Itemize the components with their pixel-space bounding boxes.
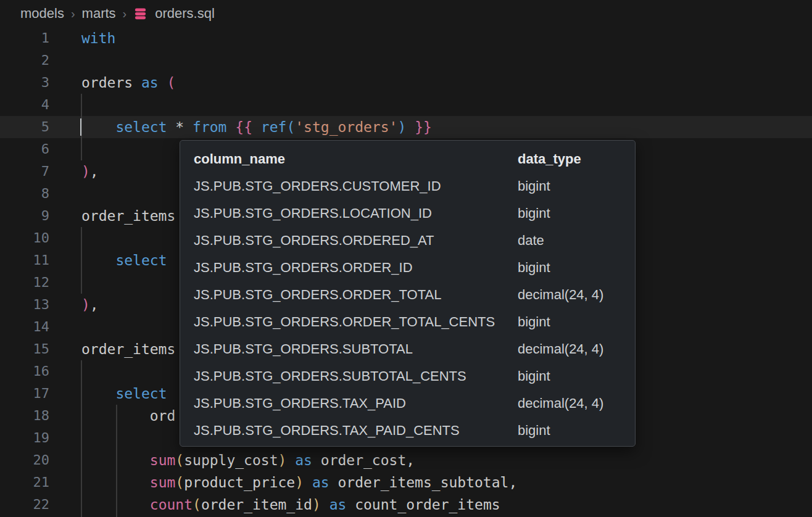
database-icon [133,7,147,21]
popup-header-column-name: column_name [194,151,518,167]
line-number: 21 [0,471,49,494]
code-line[interactable]: 20 sum(supply_cost) as order_cost, [0,449,812,471]
line-number: 4 [0,94,49,116]
code-text: orders as ( [49,72,175,94]
code-text: sum(product_price) as order_items_subtot… [49,471,517,494]
data-type-cell: bigint [518,205,621,221]
code-text: ), [49,160,99,183]
code-text: order_items [49,338,175,360]
data-type-cell: decimal(24, 4) [518,287,621,303]
line-number: 14 [0,316,49,338]
column-name-cell: JS.PUB.STG_ORDERS.CUSTOMER_ID [194,178,518,194]
column-name-cell: JS.PUB.STG_ORDERS.ORDER_TOTAL_CENTS [194,314,518,330]
code-line[interactable]: 3orders as ( [0,72,812,94]
popup-row: JS.PUB.STG_ORDERS.SUBTOTAL_CENTSbigint [180,363,635,390]
popup-row: JS.PUB.STG_ORDERS.ORDER_TOTALdecimal(24,… [180,281,635,308]
popup-row: JS.PUB.STG_ORDERS.CUSTOMER_IDbigint [180,173,635,200]
column-name-cell: JS.PUB.STG_ORDERS.LOCATION_ID [194,205,518,221]
line-number: 19 [0,427,49,449]
code-line[interactable]: 1with [0,27,812,49]
data-type-cell: bigint [518,260,621,276]
data-type-cell: bigint [518,178,621,194]
line-number: 13 [0,294,49,316]
code-line[interactable]: 4 [0,94,812,116]
code-line[interactable]: 5 select * from {{ ref('stg_orders') }} [0,116,812,138]
line-number: 11 [0,249,49,271]
line-number: 8 [0,183,49,205]
data-type-cell: decimal(24, 4) [518,341,621,357]
code-text [49,138,81,160]
line-number: 16 [0,360,49,383]
line-number: 3 [0,72,49,94]
code-text: order_items [49,205,175,227]
code-text [49,183,81,205]
chevron-right-icon: › [70,7,76,21]
line-number: 1 [0,27,49,49]
code-text: select * from {{ ref('stg_orders') }} [49,116,432,138]
popup-header-data-type: data_type [518,151,621,167]
breadcrumb-item-models[interactable]: models [20,6,64,22]
line-number: 17 [0,383,49,405]
code-line[interactable]: 22 count(order_item_id) as count_order_i… [0,494,812,516]
line-number: 22 [0,494,49,516]
code-line[interactable]: 21 sum(product_price) as order_items_sub… [0,471,812,494]
column-name-cell: JS.PUB.STG_ORDERS.ORDERED_AT [194,233,518,249]
data-type-cell: bigint [518,314,621,330]
popup-row: JS.PUB.STG_ORDERS.LOCATION_IDbigint [180,200,635,227]
line-number: 10 [0,227,49,249]
code-text: count(order_item_id) as count_order_item… [49,494,500,516]
code-text: select [49,249,167,271]
code-line[interactable]: 2 [0,49,812,72]
data-type-cell: date [518,233,621,249]
code-text [49,49,81,72]
data-type-cell: decimal(24, 4) [518,395,621,412]
chevron-right-icon: › [122,7,128,21]
popup-header-row: column_name data_type [180,146,635,173]
code-text: select [49,383,167,405]
line-number: 2 [0,49,49,72]
popup-row: JS.PUB.STG_ORDERS.SUBTOTALdecimal(24, 4) [180,336,635,363]
line-number: 18 [0,405,49,427]
column-name-cell: JS.PUB.STG_ORDERS.ORDER_TOTAL [194,287,518,303]
popup-row: JS.PUB.STG_ORDERS.TAX_PAID_CENTSbigint [180,417,635,444]
code-text: sum(supply_cost) as order_cost, [49,449,415,471]
code-text [49,360,81,383]
breadcrumb-item-file[interactable]: orders.sql [155,6,215,22]
schema-popup: column_name data_type JS.PUB.STG_ORDERS.… [180,140,636,447]
popup-row: JS.PUB.STG_ORDERS.ORDERED_ATdate [180,227,635,254]
line-number: 9 [0,205,49,227]
code-text: ), [49,294,99,316]
data-type-cell: bigint [518,368,621,384]
code-text [49,316,81,338]
column-name-cell: JS.PUB.STG_ORDERS.SUBTOTAL_CENTS [194,368,518,384]
code-text [49,94,81,116]
line-number: 15 [0,338,49,360]
code-text: with [49,27,115,49]
code-text [49,427,81,449]
column-name-cell: JS.PUB.STG_ORDERS.TAX_PAID_CENTS [194,423,518,439]
line-number: 5 [0,116,49,138]
column-name-cell: JS.PUB.STG_ORDERS.SUBTOTAL [194,341,518,357]
line-number: 7 [0,160,49,183]
column-name-cell: JS.PUB.STG_ORDERS.ORDER_ID [194,260,518,276]
code-text [49,227,81,249]
line-number: 12 [0,271,49,294]
code-text [49,271,81,294]
line-number: 20 [0,449,49,471]
popup-row: JS.PUB.STG_ORDERS.ORDER_IDbigint [180,254,635,281]
column-name-cell: JS.PUB.STG_ORDERS.TAX_PAID [194,395,518,412]
popup-row: JS.PUB.STG_ORDERS.TAX_PAIDdecimal(24, 4) [180,390,635,417]
breadcrumb-item-marts[interactable]: marts [82,6,116,22]
popup-row: JS.PUB.STG_ORDERS.ORDER_TOTAL_CENTSbigin… [180,308,635,336]
line-number: 6 [0,138,49,160]
breadcrumb: models › marts › orders.sql [0,0,812,27]
code-text: ord [49,405,175,427]
popup-rows: JS.PUB.STG_ORDERS.CUSTOMER_IDbigintJS.PU… [180,173,635,444]
data-type-cell: bigint [518,423,621,439]
